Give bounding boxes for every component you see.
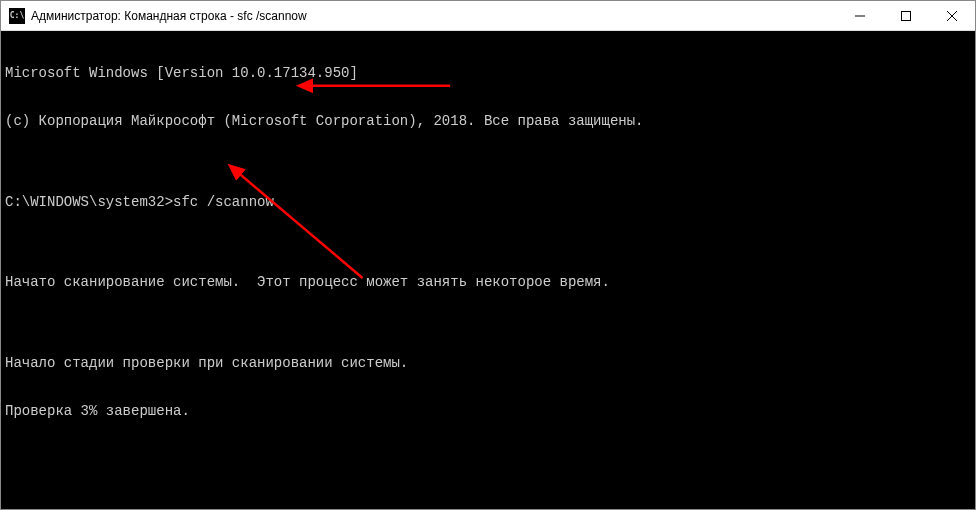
svg-rect-1	[902, 11, 911, 20]
annotation-arrows	[1, 31, 975, 509]
terminal-line: Microsoft Windows [Version 10.0.17134.95…	[5, 65, 971, 81]
terminal-line: C:\WINDOWS\system32>sfc /scannow	[5, 194, 971, 210]
titlebar[interactable]: C:\ Администратор: Командная строка - sf…	[1, 1, 975, 31]
terminal-line: (c) Корпорация Майкрософт (Microsoft Cor…	[5, 113, 971, 129]
terminal-line: Начато сканирование системы. Этот процес…	[5, 274, 971, 290]
minimize-button[interactable]	[837, 1, 883, 30]
terminal-line: Проверка 3% завершена.	[5, 403, 971, 419]
titlebar-title: Администратор: Командная строка - sfc /s…	[31, 9, 837, 23]
close-button[interactable]	[929, 1, 975, 30]
maximize-button[interactable]	[883, 1, 929, 30]
command-prompt-window: C:\ Администратор: Командная строка - sf…	[0, 0, 976, 510]
cmd-icon: C:\	[9, 8, 25, 24]
arrow-2	[239, 173, 362, 278]
terminal-line: Начало стадии проверки при сканировании …	[5, 355, 971, 371]
titlebar-controls	[837, 1, 975, 30]
terminal-output[interactable]: Microsoft Windows [Version 10.0.17134.95…	[1, 31, 975, 509]
